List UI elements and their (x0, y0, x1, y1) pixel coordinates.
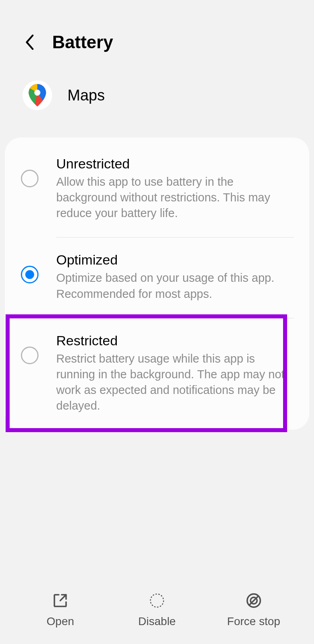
app-info: Maps (0, 64, 314, 130)
option-description: Restrict battery usage while this app is… (56, 351, 294, 414)
disable-icon (148, 592, 166, 609)
open-icon (51, 592, 69, 609)
option-title: Optimized (56, 252, 294, 268)
option-restricted[interactable]: Restricted Restrict battery usage while … (5, 318, 309, 430)
back-icon[interactable] (22, 35, 37, 49)
force-stop-label: Force stop (227, 615, 280, 628)
force-stop-icon (245, 592, 263, 609)
option-description: Allow this app to use battery in the bac… (56, 174, 294, 221)
open-button[interactable]: Open (12, 592, 109, 628)
maps-app-icon (22, 80, 52, 110)
open-label: Open (47, 615, 74, 628)
svg-point-1 (151, 594, 164, 607)
bottom-nav: Open Disable Force stop (0, 584, 314, 644)
radio-optimized[interactable] (20, 265, 39, 284)
svg-point-0 (34, 90, 40, 96)
radio-restricted[interactable] (20, 346, 39, 365)
radio-unrestricted[interactable] (20, 169, 39, 188)
disable-label: Disable (138, 615, 175, 628)
header: Battery (0, 0, 314, 64)
option-unrestricted[interactable]: Unrestricted Allow this app to use batte… (5, 137, 309, 237)
option-title: Unrestricted (56, 156, 294, 172)
app-name: Maps (67, 87, 105, 104)
disable-button[interactable]: Disable (109, 592, 206, 628)
option-description: Optimize based on your usage of this app… (56, 270, 294, 301)
page-title: Battery (52, 32, 113, 52)
option-title: Restricted (56, 333, 294, 349)
force-stop-button[interactable]: Force stop (205, 592, 302, 628)
battery-options-card: Unrestricted Allow this app to use batte… (5, 137, 309, 430)
option-optimized[interactable]: Optimized Optimize based on your usage o… (5, 238, 309, 318)
